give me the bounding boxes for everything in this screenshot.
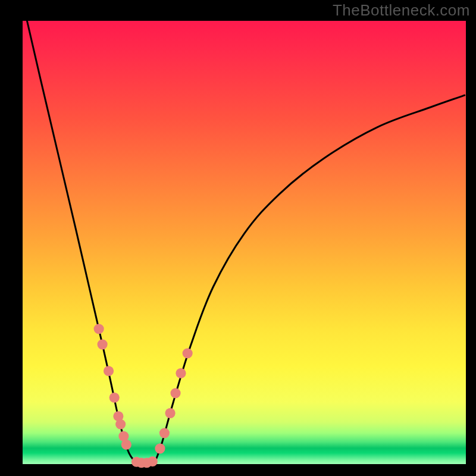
curve-marker bbox=[109, 393, 120, 403]
curve-marker bbox=[98, 339, 108, 349]
curve-marker bbox=[155, 443, 165, 453]
curve-marker bbox=[183, 348, 193, 358]
curve-marker bbox=[115, 419, 126, 429]
curve-marker bbox=[148, 456, 158, 466]
watermark-text: TheBottleneck.com bbox=[333, 1, 470, 20]
curve-layer bbox=[23, 21, 466, 464]
curve-marker bbox=[159, 428, 170, 438]
chart-root: TheBottleneck.com bbox=[0, 0, 476, 476]
curve-marker bbox=[104, 366, 114, 376]
curve-marker bbox=[170, 388, 180, 398]
curve-marker bbox=[121, 440, 131, 450]
curve-marker bbox=[165, 408, 176, 418]
curve-markers bbox=[94, 324, 193, 468]
curve-marker bbox=[176, 368, 186, 378]
curve-marker bbox=[94, 324, 104, 334]
plot-area bbox=[23, 21, 466, 464]
bottleneck-curve bbox=[27, 21, 464, 464]
